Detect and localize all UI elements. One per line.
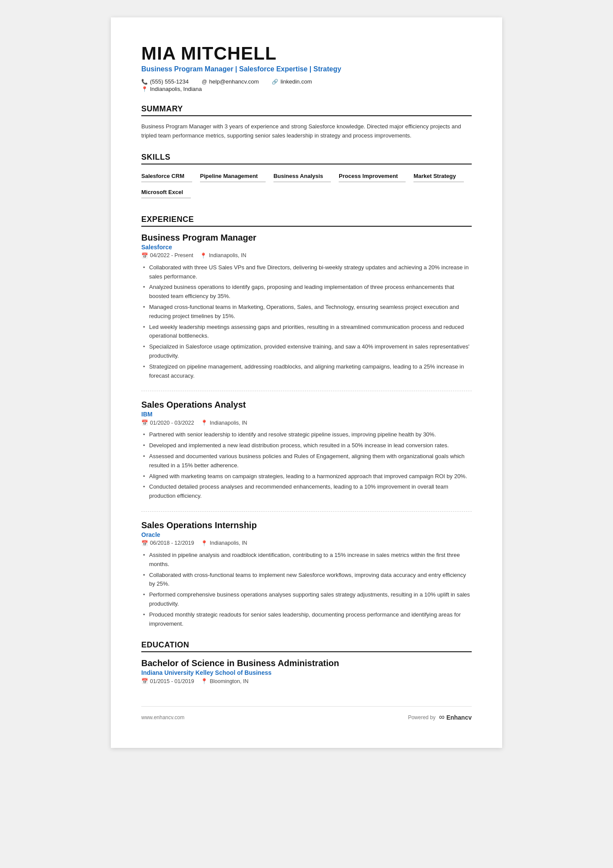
job-date-1: 📅 04/2022 - Present bbox=[141, 252, 193, 259]
resume-footer: www.enhancv.com Powered by ∞ Enhancv bbox=[141, 706, 472, 722]
bullet-item: Specialized in Salesforce usage optimiza… bbox=[141, 342, 472, 361]
bullet-item: Aligned with marketing teams on campaign… bbox=[141, 472, 472, 481]
job-date-2: 📅 01/2020 - 03/2022 bbox=[141, 419, 194, 426]
logo-icon: ∞ bbox=[439, 713, 445, 722]
email-icon: @ bbox=[202, 79, 207, 85]
job-meta-2: 📅 01/2020 - 03/2022 📍 Indianapolis, IN bbox=[141, 419, 472, 426]
link-icon: 🔗 bbox=[272, 79, 278, 85]
job-company-3: Oracle bbox=[141, 531, 472, 538]
job-title-3: Sales Operations Internship bbox=[141, 520, 472, 530]
skill-item: Process Improvement bbox=[339, 171, 406, 182]
candidate-title: Business Program Manager | Salesforce Ex… bbox=[141, 65, 472, 73]
job-company-1: Salesforce bbox=[141, 244, 472, 251]
pin-icon-1: 📍 bbox=[200, 252, 207, 259]
contact-row: 📞 (555) 555-1234 @ help@enhancv.com 🔗 li… bbox=[141, 78, 472, 85]
bullet-item: Collaborated with cross-functional teams… bbox=[141, 571, 472, 589]
education-title: EDUCATION bbox=[141, 640, 472, 652]
linkedin-contact: 🔗 linkedin.com bbox=[272, 78, 312, 85]
phone-icon: 📞 bbox=[141, 79, 148, 85]
job-block-1: Business Program Manager Salesforce 📅 04… bbox=[141, 233, 472, 381]
edu-date: 📅 01/2015 - 01/2019 bbox=[141, 678, 194, 684]
resume-container: MIA MITCHELL Business Program Manager | … bbox=[111, 17, 502, 748]
skill-item: Pipeline Management bbox=[200, 171, 266, 182]
job-meta-3: 📅 06/2018 - 12/2019 📍 Indianapolis, IN bbox=[141, 540, 472, 546]
calendar-icon-1: 📅 bbox=[141, 252, 148, 259]
skill-item: Salesforce CRM bbox=[141, 171, 192, 182]
job-date-3: 📅 06/2018 - 12/2019 bbox=[141, 540, 194, 546]
edu-block-1: Bachelor of Science in Business Administ… bbox=[141, 658, 472, 684]
edu-meta: 📅 01/2015 - 01/2019 📍 Bloomington, IN bbox=[141, 678, 472, 684]
job-bullets-2: Partnered with senior leadership to iden… bbox=[141, 430, 472, 501]
job-title-2: Sales Operations Analyst bbox=[141, 400, 472, 410]
location-row: 📍 Indianapolis, Indiana bbox=[141, 86, 472, 92]
bullet-item: Produced monthly strategic readouts for … bbox=[141, 610, 472, 629]
footer-brand: Powered by ∞ Enhancv bbox=[408, 713, 472, 722]
bullet-item: Assessed and documented various business… bbox=[141, 452, 472, 470]
job-meta-1: 📅 04/2022 - Present 📍 Indianapolis, IN bbox=[141, 252, 472, 259]
pin-icon-edu: 📍 bbox=[201, 678, 208, 684]
experience-section: EXPERIENCE Business Program Manager Sale… bbox=[141, 215, 472, 629]
calendar-icon-edu: 📅 bbox=[141, 678, 148, 684]
edu-degree: Bachelor of Science in Business Administ… bbox=[141, 658, 472, 668]
bullet-item: Developed and implemented a new lead dis… bbox=[141, 441, 472, 450]
experience-title: EXPERIENCE bbox=[141, 215, 472, 227]
bullet-item: Conducted detailed process analyses and … bbox=[141, 483, 472, 501]
location-icon: 📍 bbox=[141, 86, 148, 92]
footer-website: www.enhancv.com bbox=[141, 714, 184, 721]
linkedin-text: linkedin.com bbox=[280, 78, 312, 85]
email-text: help@enhancv.com bbox=[209, 78, 259, 85]
skills-list: Salesforce CRM Pipeline Management Busin… bbox=[141, 171, 472, 203]
enhancv-logo: ∞ Enhancv bbox=[439, 713, 472, 722]
phone-text: (555) 555-1234 bbox=[150, 78, 189, 85]
bullet-item: Managed cross-functional teams in Market… bbox=[141, 303, 472, 321]
job-location-3: 📍 Indianapolis, IN bbox=[201, 540, 247, 546]
bullet-item: Analyzed business operations to identify… bbox=[141, 283, 472, 301]
brand-name: Enhancv bbox=[446, 714, 472, 721]
bullet-item: Led weekly leadership meetings assessing… bbox=[141, 323, 472, 341]
email-contact: @ help@enhancv.com bbox=[202, 78, 259, 85]
location-text: Indianapolis, Indiana bbox=[150, 86, 202, 92]
candidate-name: MIA MITCHELL bbox=[141, 44, 472, 64]
bullet-item: Partnered with senior leadership to iden… bbox=[141, 430, 472, 439]
bullet-item: Strategized on pipeline management, addr… bbox=[141, 362, 472, 381]
skill-item: Business Analysis bbox=[273, 171, 331, 182]
edu-location: 📍 Bloomington, IN bbox=[201, 678, 248, 684]
bullet-item: Performed comprehensive business operati… bbox=[141, 590, 472, 609]
phone-contact: 📞 (555) 555-1234 bbox=[141, 78, 189, 85]
powered-by-text: Powered by bbox=[408, 714, 435, 721]
job-block-2: Sales Operations Analyst IBM 📅 01/2020 -… bbox=[141, 391, 472, 501]
bullet-item: Assisted in pipeline analysis and roadbl… bbox=[141, 551, 472, 569]
job-bullets-1: Collaborated with three US Sales VPs and… bbox=[141, 263, 472, 381]
calendar-icon-3: 📅 bbox=[141, 540, 148, 546]
education-section: EDUCATION Bachelor of Science in Busines… bbox=[141, 640, 472, 684]
header: MIA MITCHELL Business Program Manager | … bbox=[141, 44, 472, 92]
edu-school: Indiana University Kelley School of Busi… bbox=[141, 669, 472, 676]
job-location-2: 📍 Indianapolis, IN bbox=[201, 419, 247, 426]
job-company-2: IBM bbox=[141, 411, 472, 418]
summary-text: Business Program Manager with 3 years of… bbox=[141, 122, 472, 141]
skills-title: SKILLS bbox=[141, 153, 472, 164]
location-contact: 📍 Indianapolis, Indiana bbox=[141, 86, 202, 92]
job-block-3: Sales Operations Internship Oracle 📅 06/… bbox=[141, 511, 472, 628]
skill-item: Market Strategy bbox=[413, 171, 464, 182]
summary-title: SUMMARY bbox=[141, 104, 472, 116]
skills-section: SKILLS Salesforce CRM Pipeline Managemen… bbox=[141, 153, 472, 203]
pin-icon-2: 📍 bbox=[201, 419, 208, 426]
summary-section: SUMMARY Business Program Manager with 3 … bbox=[141, 104, 472, 141]
job-location-1: 📍 Indianapolis, IN bbox=[200, 252, 246, 259]
job-title-1: Business Program Manager bbox=[141, 233, 472, 243]
pin-icon-3: 📍 bbox=[201, 540, 208, 546]
calendar-icon-2: 📅 bbox=[141, 419, 148, 426]
bullet-item: Collaborated with three US Sales VPs and… bbox=[141, 263, 472, 282]
skill-item: Microsoft Excel bbox=[141, 187, 191, 198]
job-bullets-3: Assisted in pipeline analysis and roadbl… bbox=[141, 551, 472, 628]
